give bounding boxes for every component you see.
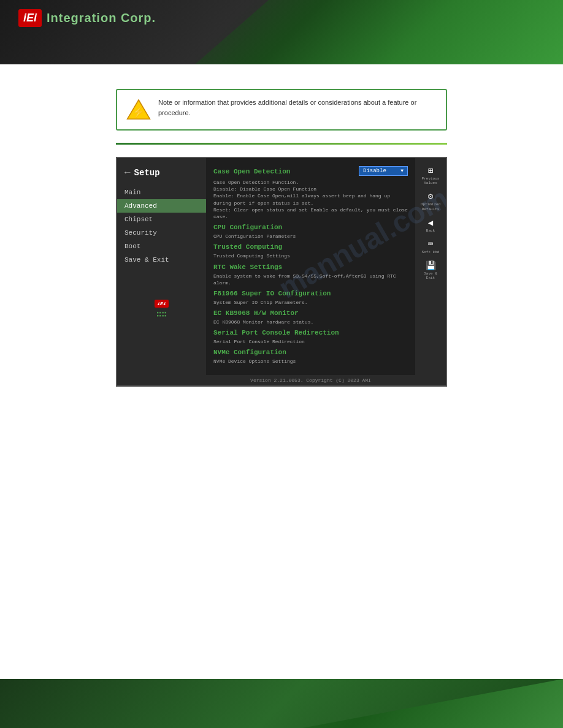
- case-open-title: Case Open Detection: [213, 168, 290, 175]
- setup-arrow-icon: ←: [124, 167, 131, 178]
- save-exit-btn[interactable]: 💾 Save &Exit: [418, 258, 443, 282]
- previous-values-btn[interactable]: ⊞ PreviousValues: [418, 163, 443, 188]
- dropdown-value: Disable: [363, 168, 386, 174]
- logo-text: Integration Corp.: [47, 11, 156, 25]
- dropdown-arrow-icon: ▼: [400, 168, 404, 173]
- soft-kbd-btn[interactable]: ⌨ Soft kbd: [418, 237, 443, 257]
- optimized-defaults-btn[interactable]: ⚙ OptimizedDefaults: [418, 189, 443, 213]
- serial-port-title[interactable]: Serial Port Console Redirection: [213, 329, 408, 336]
- bios-version-footer: Version 2.21.0053. Copyright (C) 2023 AM…: [206, 375, 415, 385]
- case-open-row: Case Open Detection Disable ▼: [213, 164, 408, 177]
- sidebar-logo-box: iEi: [155, 300, 168, 308]
- warning-icon: ⚡: [126, 97, 151, 122]
- logo-area: iEi Integration Corp.: [18, 9, 156, 27]
- back-icon: ◀: [428, 218, 433, 228]
- rtc-wake-title[interactable]: RTC Wake Settings: [213, 264, 408, 271]
- bios-right-panel: ⊞ PreviousValues ⚙ OptimizedDefaults ◀ B…: [415, 158, 446, 385]
- bios-main-content: Case Open Detection Disable ▼ Case Open …: [206, 158, 415, 375]
- warning-text: Note or information that provides additi…: [158, 97, 437, 118]
- sidebar-item-boot[interactable]: Boot: [117, 240, 206, 253]
- optimized-defaults-icon: ⚙: [428, 191, 433, 202]
- case-open-desc: Case Open Detection Function. Disable: D…: [213, 179, 408, 220]
- setup-header: ← Setup: [117, 164, 206, 186]
- f81966-title[interactable]: F81966 Super IO Configuration: [213, 290, 408, 297]
- soft-kbd-icon: ⌨: [428, 239, 433, 249]
- cpu-config-desc: CPU Configuration Parameters: [213, 233, 408, 240]
- header-decoration: [195, 0, 563, 64]
- sidebar-logo-dots: ∷∷: [155, 309, 168, 319]
- rtc-wake-desc: Enable system to wake from S3,S4/S5,Soft…: [213, 273, 408, 286]
- ec-monitor-desc: EC KB9068 Monitor hardware status.: [213, 319, 408, 325]
- warning-box: ⚡ Note or information that provides addi…: [116, 89, 447, 131]
- footer: [0, 679, 563, 728]
- f81966-desc: System Super IO Chip Parameters.: [213, 299, 408, 306]
- content-area: ⚡ Note or information that provides addi…: [0, 64, 563, 679]
- setup-label: Setup: [134, 168, 160, 178]
- footer-decoration: [256, 679, 563, 728]
- optimized-defaults-label: OptimizedDefaults: [421, 202, 440, 211]
- sidebar-item-security[interactable]: Security: [117, 226, 206, 240]
- nvme-desc: NVMe Device Options Settings: [213, 358, 408, 365]
- save-exit-icon: 💾: [426, 260, 436, 271]
- nvme-title[interactable]: NVMe Configuration: [213, 349, 408, 356]
- header: iEi Integration Corp.: [0, 0, 563, 64]
- sidebar-logo-iei: iEi ∷∷: [155, 300, 168, 319]
- case-open-dropdown[interactable]: Disable ▼: [359, 166, 408, 176]
- bios-screenshot: mannual.com ← Setup Main Advanced Chipse…: [116, 157, 447, 387]
- logo-red-box: iEi: [18, 9, 42, 27]
- soft-kbd-label: Soft kbd: [422, 250, 440, 254]
- save-exit-label: Save &Exit: [424, 271, 437, 280]
- trusted-computing-title[interactable]: Trusted Computing: [213, 243, 408, 251]
- sidebar-item-chipset[interactable]: Chipset: [117, 213, 206, 226]
- bios-sidebar: ← Setup Main Advanced Chipset Security B…: [117, 158, 206, 385]
- svg-text:⚡: ⚡: [132, 105, 145, 119]
- back-btn[interactable]: ◀ Back: [418, 215, 443, 235]
- back-label: Back: [426, 229, 435, 233]
- cpu-config-title[interactable]: CPU Configuration: [213, 224, 408, 231]
- ec-monitor-title[interactable]: EC KB9068 H/W Monitor: [213, 309, 408, 317]
- serial-port-desc: Serial Port Console Redirection: [213, 338, 408, 345]
- logo-text-span: Integration Corp.: [47, 11, 156, 25]
- sidebar-item-save-exit[interactable]: Save & Exit: [117, 253, 206, 267]
- sidebar-item-advanced[interactable]: Advanced: [117, 199, 206, 213]
- sidebar-logo: iEi ∷∷: [140, 291, 183, 328]
- trusted-computing-desc: Trusted Computing Settings: [213, 252, 408, 259]
- previous-values-icon: ⊞: [428, 165, 433, 176]
- sidebar-item-main[interactable]: Main: [117, 186, 206, 199]
- previous-values-label: PreviousValues: [422, 176, 440, 185]
- separator: [116, 143, 447, 145]
